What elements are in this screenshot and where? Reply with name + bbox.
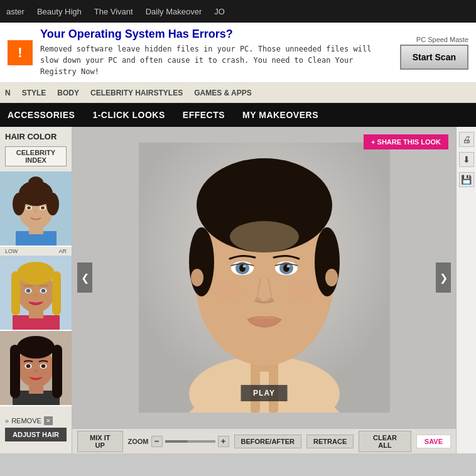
print-button[interactable]: 🖨 xyxy=(459,132,474,147)
prev-arrow-icon[interactable]: » xyxy=(5,417,9,425)
svg-rect-18 xyxy=(52,271,61,315)
celeb-label-low: LOW xyxy=(5,248,18,254)
celeb-label-ar: AR xyxy=(58,248,67,254)
svg-point-8 xyxy=(46,193,59,215)
svg-rect-29 xyxy=(52,345,62,398)
top-nav: aster Beauty High The Vivant Daily Makeo… xyxy=(0,0,476,23)
sec-nav: N STYLE BODY CELEBRITY HAIRSTYLES GAMES … xyxy=(0,83,476,103)
face-display: + SHARE THIS LOOK ❮ xyxy=(72,127,456,428)
sidebar-bottom: » REMOVE ✕ ADJUST HAIR xyxy=(0,411,72,446)
start-scan-button[interactable]: Start Scan xyxy=(400,45,468,70)
top-nav-item-jo[interactable]: JO xyxy=(214,7,225,16)
prev-look-button[interactable]: ❮ xyxy=(77,262,92,293)
zoom-minus-button[interactable]: − xyxy=(151,436,163,447)
ad-title: Your Operating System Has Errors? xyxy=(40,28,392,41)
svg-point-22 xyxy=(26,289,31,293)
main-nav-1-click-looks[interactable]: 1-CLICK LOOKS xyxy=(92,110,165,120)
svg-point-60 xyxy=(325,269,338,286)
top-nav-item-aster[interactable]: aster xyxy=(6,7,24,16)
remove-x-button[interactable]: ✕ xyxy=(44,416,53,425)
save-button[interactable]: SAVE xyxy=(416,435,451,448)
svg-point-12 xyxy=(41,207,45,210)
ad-text-block: Your Operating System Has Errors? Remove… xyxy=(40,28,392,77)
zoom-control: ZOOM − + xyxy=(128,436,229,447)
top-nav-item-beauty-high[interactable]: Beauty High xyxy=(37,7,82,16)
svg-point-23 xyxy=(41,289,46,293)
main-nav-accessories[interactable]: ACCESSORIES xyxy=(8,110,75,120)
svg-point-46 xyxy=(230,221,299,252)
main-nav: ACCESSORIES 1-CLICK LOOKS EFFECTS MY MAK… xyxy=(0,103,476,127)
ad-banner: ! Your Operating System Has Errors? Remo… xyxy=(0,23,476,83)
svg-point-7 xyxy=(13,193,25,215)
celeb-face-svg-3 xyxy=(0,331,72,406)
before-after-button[interactable]: BEFORE/AFTER xyxy=(234,435,302,448)
sec-nav-games-apps[interactable]: GAMES & APPS xyxy=(194,89,252,97)
ad-body: Removed software leave hidden files in y… xyxy=(40,43,392,77)
svg-point-30 xyxy=(17,336,55,359)
sec-nav-n[interactable]: N xyxy=(5,89,11,97)
svg-point-43 xyxy=(220,165,308,215)
svg-point-57 xyxy=(211,281,242,300)
bottom-toolbar: MIX IT UP ZOOM − + BEFORE/AFTER RETRACE … xyxy=(72,428,456,453)
sidebar: HAIR COLOR CELEBRITY INdEX xyxy=(0,127,72,453)
zoom-slider[interactable] xyxy=(165,440,215,443)
right-panel: 🖨 ⬇ 💾 xyxy=(456,127,476,453)
main-nav-effects[interactable]: EFFECTS xyxy=(183,110,225,120)
print-icon: 🖨 xyxy=(462,134,471,144)
right-chevron-icon: ❯ xyxy=(440,272,448,284)
svg-point-11 xyxy=(27,207,31,210)
share-look-button[interactable]: + SHARE THIS LOOK xyxy=(364,134,448,149)
top-nav-item-daily-makeover[interactable]: Daily Makeover xyxy=(146,7,202,16)
sec-nav-body[interactable]: BODY xyxy=(57,89,79,97)
main-face-svg xyxy=(139,143,390,413)
svg-point-45 xyxy=(315,227,340,296)
celeb-thumb-2[interactable] xyxy=(0,256,72,331)
sidebar-title: HAIR COLOR xyxy=(0,127,72,144)
warning-icon: ! xyxy=(8,40,33,65)
left-chevron-icon: ❮ xyxy=(81,272,89,284)
zoom-plus-button[interactable]: + xyxy=(218,436,229,447)
svg-point-54 xyxy=(286,265,289,268)
celeb-label-row-1: LOW AR xyxy=(0,247,72,256)
download-icon: ⬇ xyxy=(463,154,470,165)
ad-pc-label: PC Speed Maste xyxy=(416,36,468,43)
zoom-slider-track xyxy=(165,440,188,443)
sec-nav-style[interactable]: STYLE xyxy=(22,89,46,97)
main-nav-my-makeovers[interactable]: MY MAKEOVERS xyxy=(242,110,318,120)
main-viewer: + SHARE THIS LOOK ❮ xyxy=(72,127,456,453)
celeb-thumb-1[interactable] xyxy=(0,171,72,247)
save-icon: 💾 xyxy=(461,175,472,185)
svg-point-19 xyxy=(17,262,55,284)
svg-point-34 xyxy=(41,364,46,368)
next-look-button[interactable]: ❯ xyxy=(436,262,451,293)
zoom-label: ZOOM xyxy=(128,438,149,445)
clear-all-button[interactable]: CLEAR ALL xyxy=(359,431,411,452)
face-canvas: PLAY xyxy=(139,143,390,413)
ad-right: PC Speed Maste Start Scan xyxy=(400,36,468,70)
retrace-button[interactable]: RETRACE xyxy=(306,435,354,448)
content-area: HAIR COLOR CELEBRITY INdEX xyxy=(0,127,476,453)
mix-it-up-button[interactable]: MIX IT UP xyxy=(77,431,123,452)
sec-nav-celebrity-hairstyles[interactable]: CELEBRITY HAIRSTYLES xyxy=(90,89,183,97)
svg-rect-28 xyxy=(10,345,20,398)
download-button[interactable]: ⬇ xyxy=(459,152,474,167)
svg-point-33 xyxy=(26,364,31,368)
celeb-face-svg-1 xyxy=(0,171,72,247)
svg-point-58 xyxy=(286,281,318,300)
remove-row: » REMOVE ✕ xyxy=(5,416,67,425)
celebrity-index-button[interactable]: CELEBRITY INdEX xyxy=(5,146,67,166)
adjust-hair-button[interactable]: ADJUST HAIR xyxy=(5,428,67,441)
celeb-thumb-3[interactable] xyxy=(0,331,72,406)
remove-label[interactable]: REMOVE xyxy=(11,417,41,425)
celeb-face-svg-2 xyxy=(0,256,72,331)
svg-point-6 xyxy=(28,176,43,189)
play-button[interactable]: PLAY xyxy=(241,385,288,401)
svg-point-44 xyxy=(189,227,214,296)
save-panel-button[interactable]: 💾 xyxy=(459,172,474,187)
top-nav-item-vivant[interactable]: The Vivant xyxy=(94,7,133,16)
svg-point-53 xyxy=(242,265,246,268)
svg-point-59 xyxy=(191,269,203,286)
